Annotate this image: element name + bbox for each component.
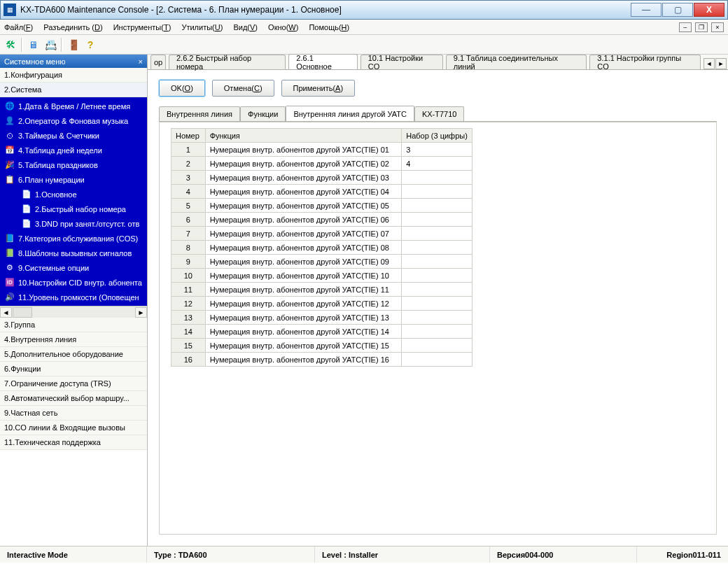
sidebar-tree-item[interactable]: 📋6.План нумерации xyxy=(0,172,147,187)
cell-dial[interactable] xyxy=(402,269,472,283)
cell-function[interactable]: Нумерация внутр. абонентов другой УАТС(T… xyxy=(205,269,402,283)
sidebar-item[interactable]: 1.Конфигурация xyxy=(0,68,147,83)
cell-dial[interactable] xyxy=(402,241,472,255)
cell-function[interactable]: Нумерация внутр. абонентов другой УАТС(T… xyxy=(205,255,402,269)
sidebar-tree-item[interactable]: 🎉5.Таблица праздников xyxy=(0,157,147,172)
sub-tab[interactable]: KX-T7710 xyxy=(414,106,465,121)
ok-button[interactable]: OK(O) xyxy=(159,80,205,97)
cell-function[interactable]: Нумерация внутр. абонентов другой УАТС(T… xyxy=(205,241,402,255)
cell-dial[interactable]: 4 xyxy=(402,157,472,171)
item-label: 5.Таблица праздников xyxy=(18,161,98,169)
cell-dial[interactable] xyxy=(402,339,472,353)
cell-dial[interactable] xyxy=(402,199,472,213)
cell-dial[interactable] xyxy=(402,353,472,367)
sidebar-item[interactable]: 5.Дополнительное оборудование xyxy=(0,347,147,362)
sidebar-item[interactable]: 9.Частная сеть xyxy=(0,406,147,421)
tool-icon[interactable]: 🛠 xyxy=(3,37,18,52)
maximize-button[interactable]: ▢ xyxy=(662,3,693,17)
sidebar-item[interactable]: 11.Техническая поддержка xyxy=(0,435,147,450)
mdi-minimize-button[interactable]: – xyxy=(679,22,692,32)
help-icon[interactable]: ? xyxy=(83,37,98,52)
card-icon[interactable]: 📇 xyxy=(43,37,58,52)
scroll-right-icon[interactable]: ► xyxy=(135,307,147,318)
sidebar-item[interactable]: 8.Автоматический выбор маршру... xyxy=(0,391,147,406)
sidebar-item[interactable]: 10.CO линии & Входящие вызовы xyxy=(0,421,147,435)
cell-dial[interactable] xyxy=(402,171,472,185)
menu-disconnect[interactable]: Разъединить (D) xyxy=(43,23,102,31)
sidebar-tree-subitem[interactable]: 📄2.Быстрый набор номера xyxy=(0,202,147,216)
top-tab[interactable]: 2.6.1 Основное xyxy=(288,54,357,69)
menu-tools[interactable]: Инструменты(T) xyxy=(113,23,172,31)
cell-function[interactable]: Нумерация внутр. абонентов другой УАТС(T… xyxy=(205,171,402,185)
sidebar-tree-item[interactable]: 👤2.Оператор & Фоновая музыка xyxy=(0,113,147,128)
cell-dial[interactable] xyxy=(402,255,472,269)
col-number[interactable]: Номер xyxy=(172,129,206,143)
sidebar-tree-item[interactable]: 🆔10.Настройки CID внутр. абонента xyxy=(0,275,147,290)
sidebar-hscroll[interactable]: ◄ ► xyxy=(0,306,147,318)
menu-file[interactable]: Файл(F) xyxy=(4,23,33,31)
cell-dial[interactable] xyxy=(402,311,472,325)
menu-help[interactable]: Помощь(H) xyxy=(309,23,349,31)
sidebar-tree-item[interactable]: 🔊11.Уровень громкости (Оповещен xyxy=(0,290,147,304)
cell-function[interactable]: Нумерация внутр. абонентов другой УАТС(T… xyxy=(205,311,402,325)
apply-button[interactable]: Применить(A) xyxy=(281,80,356,97)
cell-dial[interactable] xyxy=(402,213,472,227)
sidebar-close-icon[interactable]: × xyxy=(139,57,143,66)
tab-truncated[interactable]: ор xyxy=(150,55,166,69)
cell-function[interactable]: Нумерация внутр. абонентов другой УАТС(T… xyxy=(205,297,402,311)
mdi-close-button[interactable]: × xyxy=(711,22,724,32)
col-dial[interactable]: Набор (3 цифры) xyxy=(402,129,472,143)
cell-function[interactable]: Нумерация внутр. абонентов другой УАТС(T… xyxy=(205,213,402,227)
sidebar-tree-item[interactable]: 📘7.Категория обслуживания (COS) xyxy=(0,231,147,246)
cell-dial[interactable] xyxy=(402,185,472,199)
col-function[interactable]: Функция xyxy=(205,129,402,143)
sidebar-tree-subitem[interactable]: 📄3.DND при занят./отсутст. отв xyxy=(0,216,147,231)
scroll-left-icon[interactable]: ◄ xyxy=(0,307,12,318)
mdi-restore-button[interactable]: ❐ xyxy=(695,22,708,32)
scroll-thumb[interactable] xyxy=(13,307,32,318)
minimize-button[interactable]: — xyxy=(631,3,662,17)
cell-dial[interactable] xyxy=(402,227,472,241)
cell-function[interactable]: Нумерация внутр. абонентов другой УАТС(T… xyxy=(205,199,402,213)
cell-function[interactable]: Нумерация внутр. абонентов другой УАТС(T… xyxy=(205,325,402,339)
sidebar-item[interactable]: 7.Ограничение доступа (TRS) xyxy=(0,376,147,391)
cell-function[interactable]: Нумерация внутр. абонентов другой УАТС(T… xyxy=(205,353,402,367)
sidebar-tree-item[interactable]: ⏲3.Таймеры & Счетчики xyxy=(0,128,147,143)
sub-tab[interactable]: Функции xyxy=(240,106,286,121)
closewin-button[interactable]: X xyxy=(694,3,724,17)
sidebar-tree-item[interactable]: 🌐1.Дата & Время / Летнее время xyxy=(0,99,147,113)
cell-dial[interactable] xyxy=(402,297,472,311)
cell-function[interactable]: Нумерация внутр. абонентов другой УАТС(T… xyxy=(205,283,402,297)
tab-scroll-right-icon[interactable]: ► xyxy=(715,58,727,69)
cell-function[interactable]: Нумерация внутр. абонентов другой УАТС(T… xyxy=(205,339,402,353)
monitor-icon[interactable]: 🖥 xyxy=(26,37,41,52)
sidebar-item[interactable]: 4.Внутренняя линия xyxy=(0,332,147,347)
top-tab[interactable]: 2.6.2 Быстрый набор номера xyxy=(169,55,286,69)
sub-tab[interactable]: Внутренняя линия xyxy=(159,106,240,121)
top-tab[interactable]: 3.1.1 Настройки группы CO xyxy=(589,55,701,69)
menu-view[interactable]: Вид(V) xyxy=(233,23,258,31)
sidebar-tree-item[interactable]: 📅4.Таблица дней недели xyxy=(0,143,147,157)
sidebar-tree-subitem[interactable]: 📄1.Основное xyxy=(0,187,147,202)
cell-dial[interactable] xyxy=(402,325,472,339)
sidebar-item[interactable]: 3.Группа xyxy=(0,318,147,332)
sidebar-tree-item[interactable]: 📗8.Шаблоны вызывных сигналов xyxy=(0,246,147,260)
sidebar-item[interactable]: 6.Функции xyxy=(0,362,147,376)
menu-utilities[interactable]: Утилиты(U) xyxy=(181,23,223,31)
sub-tab[interactable]: Внутренняя линия другой УАТС xyxy=(286,106,414,121)
cancel-button[interactable]: Отмена(C) xyxy=(212,80,274,97)
cell-function[interactable]: Нумерация внутр. абонентов другой УАТС(T… xyxy=(205,157,402,171)
menu-window[interactable]: Окно(W) xyxy=(268,23,298,31)
sidebar-tree-item[interactable]: ⚙9.Системные опции xyxy=(0,260,147,275)
door-icon[interactable]: 🚪 xyxy=(66,37,81,52)
tab-scroll-left-icon[interactable]: ◄ xyxy=(704,58,715,69)
cell-function[interactable]: Нумерация внутр. абонентов другой УАТС(T… xyxy=(205,143,402,157)
sidebar-item[interactable]: 2.Система xyxy=(0,83,147,97)
top-tab[interactable]: 10.1 Настройки CO xyxy=(360,55,443,69)
cell-function[interactable]: Нумерация внутр. абонентов другой УАТС(T… xyxy=(205,227,402,241)
top-tab[interactable]: 9.1 Таблица соединительных линий xyxy=(446,55,587,69)
cell-function[interactable]: Нумерация внутр. абонентов другой УАТС(T… xyxy=(205,185,402,199)
cell-dial[interactable]: 3 xyxy=(402,143,472,157)
cell-dial[interactable] xyxy=(402,283,472,297)
sidebar-title: Системное меню xyxy=(4,57,66,66)
